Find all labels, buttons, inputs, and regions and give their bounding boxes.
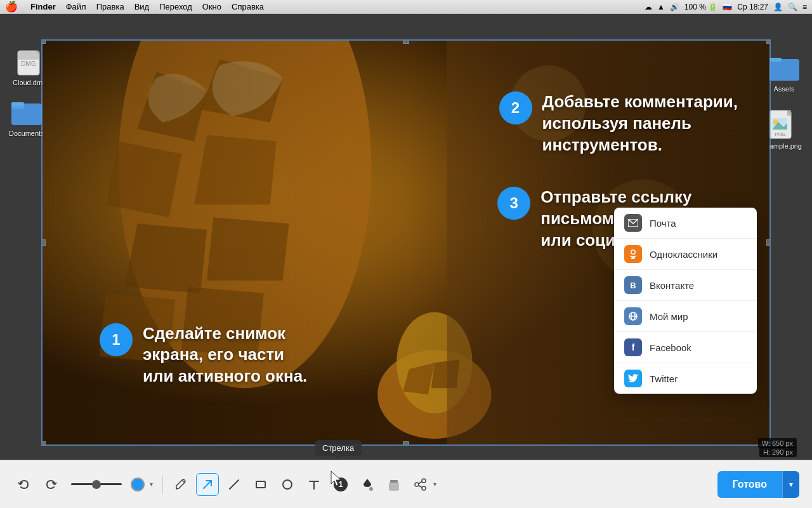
menu-user[interactable]: 👤 bbox=[773, 3, 783, 11]
handle-tl[interactable] bbox=[41, 39, 46, 44]
assets-label: Assets bbox=[773, 85, 794, 93]
rect-button[interactable] bbox=[249, 473, 272, 496]
svg-rect-46 bbox=[256, 481, 265, 488]
handle-bl[interactable] bbox=[41, 441, 46, 446]
svg-line-56 bbox=[419, 481, 422, 483]
pen-button[interactable] bbox=[169, 473, 192, 496]
svg-point-47 bbox=[283, 480, 292, 489]
screenshot-region: 1 Сделайте снимокэкрана, его частиили ак… bbox=[41, 39, 771, 446]
vk-icon: В bbox=[624, 276, 642, 294]
done-main-button[interactable]: Готово bbox=[717, 471, 782, 498]
svg-line-57 bbox=[419, 485, 422, 487]
menu-battery: 100 % 🔋 bbox=[684, 3, 717, 11]
svg-rect-6 bbox=[11, 102, 24, 106]
assets-folder-icon bbox=[769, 52, 799, 83]
stroke-control[interactable] bbox=[66, 483, 127, 485]
share-dropdown-arrow[interactable]: ▾ bbox=[432, 479, 438, 489]
handle-tr[interactable] bbox=[766, 39, 771, 44]
menu-view[interactable]: Вид bbox=[134, 2, 150, 11]
vk-label: Вконтакте bbox=[650, 280, 694, 291]
done-dropdown-button[interactable]: ▾ bbox=[782, 471, 799, 498]
share-facebook[interactable]: f Facebook bbox=[614, 332, 757, 363]
svg-line-44 bbox=[204, 481, 211, 488]
handle-bc[interactable] bbox=[403, 441, 409, 446]
menu-search[interactable]: 🔍 bbox=[788, 3, 797, 11]
share-mail[interactable]: Почта bbox=[614, 208, 757, 239]
line-button[interactable] bbox=[223, 473, 246, 496]
share-popup: Почта Одноклассники В bbox=[614, 208, 757, 394]
svg-rect-8 bbox=[769, 58, 782, 62]
share-vk[interactable]: В Вконтакте bbox=[614, 270, 757, 301]
example-png-icon: PNG bbox=[766, 109, 797, 140]
documents-label: Documents bbox=[9, 130, 44, 137]
svg-text:PNG: PNG bbox=[775, 131, 785, 137]
twitter-icon bbox=[624, 370, 642, 387]
share-button[interactable] bbox=[409, 473, 432, 496]
menu-edit[interactable]: Правка bbox=[96, 2, 124, 11]
svg-rect-1 bbox=[18, 51, 39, 60]
share-myworld[interactable]: Мой мир bbox=[614, 301, 757, 332]
myworld-label: Мой мир bbox=[650, 311, 688, 322]
step-2-badge: 2 bbox=[499, 91, 532, 124]
menu-finder[interactable]: Finder bbox=[30, 2, 56, 11]
menu-cloud[interactable]: ☁ bbox=[645, 3, 652, 11]
handle-mr[interactable] bbox=[766, 239, 771, 246]
color-button[interactable] bbox=[131, 478, 145, 491]
desktop: DMG Cloud.dmg Documents Assets bbox=[0, 14, 812, 508]
menu-wifi[interactable]: ▲ bbox=[657, 3, 665, 11]
svg-text:DMG: DMG bbox=[21, 60, 36, 67]
divider-1 bbox=[162, 475, 163, 494]
ok-label: Одноклассники bbox=[650, 249, 717, 260]
number-button[interactable]: 1 bbox=[329, 473, 352, 496]
facebook-icon: f bbox=[624, 338, 642, 356]
step-1-text: Сделайте снимокэкрана, его частиили акти… bbox=[143, 323, 307, 387]
menu-flag: 🇷🇺 bbox=[723, 3, 732, 11]
step-1-badge: 1 bbox=[100, 323, 133, 356]
desktop-icon-assets[interactable]: Assets bbox=[769, 52, 799, 93]
menu-bullets[interactable]: ≡ bbox=[802, 3, 807, 11]
handle-ml[interactable] bbox=[41, 239, 46, 246]
share-twitter[interactable]: Twitter bbox=[614, 363, 757, 394]
apple-menu[interactable]: 🍎 bbox=[5, 1, 18, 13]
desktop-icon-documents[interactable]: Documents bbox=[9, 97, 44, 137]
color-selector[interactable]: ▾ bbox=[131, 478, 156, 491]
arrow-button[interactable] bbox=[196, 473, 219, 496]
menu-volume[interactable]: 🔊 bbox=[670, 3, 679, 11]
menu-window[interactable]: Окно bbox=[202, 2, 221, 11]
stroke-slider[interactable] bbox=[92, 480, 101, 489]
ok-icon bbox=[624, 245, 642, 263]
svg-rect-50 bbox=[390, 480, 398, 483]
circle-button[interactable] bbox=[276, 473, 299, 496]
number-badge-icon: 1 bbox=[334, 478, 348, 491]
toolbar: ▾ bbox=[0, 460, 812, 508]
menu-file[interactable]: Файл bbox=[66, 2, 86, 11]
eraser-button[interactable] bbox=[383, 473, 405, 496]
menu-time: Ср 18:27 bbox=[737, 3, 768, 11]
height-info: H: 290 px bbox=[759, 447, 797, 457]
cloud-dmg-icon: DMG bbox=[15, 46, 45, 76]
svg-line-45 bbox=[230, 480, 239, 489]
mail-icon bbox=[624, 214, 642, 232]
step-2: 2 Добавьте комментарии,используя панельи… bbox=[499, 91, 738, 156]
step-1: 1 Сделайте снимокэкрана, его частиили ак… bbox=[100, 323, 307, 387]
share-control[interactable]: ▾ bbox=[409, 473, 438, 496]
text-button[interactable] bbox=[303, 473, 325, 496]
menubar: 🍎 Finder Файл Правка Вид Переход Окно Сп… bbox=[0, 0, 812, 14]
undo-button[interactable] bbox=[13, 473, 36, 496]
svg-point-36 bbox=[632, 251, 635, 254]
share-ok[interactable]: Одноклассники bbox=[614, 239, 757, 270]
fill-button[interactable] bbox=[356, 473, 379, 496]
svg-rect-7 bbox=[769, 59, 799, 81]
handle-tc[interactable] bbox=[403, 39, 409, 44]
redo-button[interactable] bbox=[39, 473, 62, 496]
menu-go[interactable]: Переход bbox=[159, 2, 192, 11]
svg-point-53 bbox=[422, 479, 426, 483]
mail-label: Почта bbox=[650, 218, 676, 229]
svg-line-43 bbox=[182, 480, 185, 483]
color-dropdown-arrow[interactable]: ▾ bbox=[146, 479, 156, 490]
myworld-icon bbox=[624, 307, 642, 325]
menu-help[interactable]: Справка bbox=[232, 2, 264, 11]
documents-folder-icon bbox=[11, 97, 42, 127]
svg-point-55 bbox=[415, 483, 419, 486]
step-3-badge: 3 bbox=[497, 187, 530, 220]
